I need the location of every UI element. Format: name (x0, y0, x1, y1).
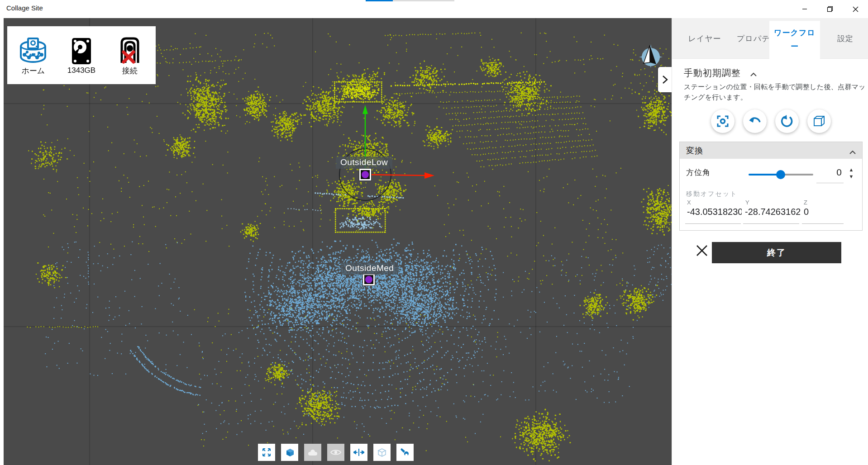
station-marker-outsidemed[interactable] (363, 274, 375, 285)
chevron-up-icon (849, 151, 856, 155)
station-label-outsidelow[interactable]: OutsideLow (336, 157, 392, 169)
wireframe-cube-button[interactable] (373, 444, 391, 461)
rotate-ccw-icon (781, 115, 793, 128)
chevron-right-icon (662, 75, 668, 84)
section-title: 手動初期調整 (684, 67, 741, 79)
azimuth-spinner[interactable]: ▲ ▼ (847, 166, 855, 180)
section-collapse-chevron[interactable] (750, 71, 757, 79)
close-x-icon (696, 244, 708, 257)
y-axis-label: Y (745, 199, 749, 206)
wireframe-cube-icon (377, 447, 387, 458)
tab-layers[interactable]: レイヤー (683, 18, 726, 59)
main-toolbar: ホーム 1343GB 接続 (7, 26, 156, 84)
point-cloud-icon (307, 448, 319, 456)
pointcloud-canvas[interactable] (4, 18, 672, 465)
station-dot (365, 276, 372, 283)
focus-icon (716, 115, 729, 128)
y-offset-input[interactable]: -28.742631624 (745, 207, 800, 217)
finish-button[interactable]: 終了 (712, 242, 841, 263)
scanner-home-icon (18, 37, 48, 65)
station-marker-outsidelow[interactable] (359, 169, 371, 180)
rotate-reset-button[interactable] (775, 109, 799, 133)
scanner-disconnected-icon (117, 37, 143, 65)
progress-track (393, 0, 454, 1)
panel-collapse-handle[interactable] (658, 67, 672, 92)
transform-title: 変換 (686, 145, 703, 156)
x-axis-label: X (687, 199, 691, 206)
cancel-workflow-button[interactable] (696, 244, 709, 258)
undo-button[interactable] (743, 109, 767, 133)
storage-button[interactable]: 1343GB (59, 37, 104, 75)
slider-thumb[interactable] (776, 170, 785, 179)
spinner-up-icon[interactable]: ▲ (849, 166, 854, 173)
solid-cube-icon (284, 447, 295, 458)
restore-icon (827, 6, 833, 12)
hard-disk-icon (71, 37, 92, 65)
undo-icon (749, 116, 761, 127)
tools-wrench-button[interactable] (396, 444, 414, 461)
azimuth-value-underline (816, 183, 844, 183)
z-offset-input[interactable]: 0 (804, 207, 844, 217)
eye-icon (330, 448, 342, 456)
split-compare-button[interactable] (350, 444, 367, 461)
visibility-button[interactable] (327, 444, 344, 461)
spinner-down-icon[interactable]: ▼ (849, 173, 854, 180)
x-field-underline (685, 223, 741, 224)
station-label-outsidemed[interactable]: OutsideMed (341, 262, 398, 275)
slider-track-filled (749, 174, 780, 176)
cube-view-button[interactable] (807, 109, 831, 133)
azimuth-value-input[interactable]: 0 (814, 167, 842, 178)
section-description: ステーションの位置・回転を手動で調整した後、点群マッチングを行います。 (684, 81, 867, 102)
transform-collapse-chevron[interactable] (849, 148, 856, 157)
split-arrows-icon (353, 448, 364, 456)
azimuth-label: 方位角 (686, 167, 711, 178)
cube-icon (813, 115, 825, 128)
close-button[interactable] (843, 0, 868, 18)
connect-label: 接続 (107, 66, 153, 76)
z-axis-label: Z (804, 199, 807, 206)
home-label: ホーム (10, 66, 56, 76)
fit-view-button[interactable] (258, 444, 275, 461)
station-dot (362, 171, 369, 178)
wrench-icon (400, 447, 410, 457)
solid-cube-button[interactable] (281, 444, 298, 461)
azimuth-slider[interactable] (749, 174, 813, 176)
chevron-up-icon (750, 72, 757, 77)
connect-button[interactable]: 接続 (107, 37, 153, 76)
panel-tabbar: レイヤー プロパティ ワークフロー 設定 (672, 18, 868, 59)
minimize-button[interactable] (792, 0, 817, 18)
x-offset-input[interactable]: -43.05318230 (687, 207, 742, 217)
minimize-icon (802, 6, 807, 12)
offset-label: 移動オフセット (686, 190, 738, 198)
workflow-panel: レイヤー プロパティ ワークフロー 設定 手動初期調整 ステーションの位置・回転… (672, 18, 868, 465)
home-button[interactable]: ホーム (10, 37, 56, 76)
focus-station-button[interactable] (711, 109, 734, 133)
point-cloud-button[interactable] (304, 444, 321, 461)
storage-label: 1343GB (59, 66, 104, 75)
transform-section: 変換 方位角 0 ▲ ▼ 移動オフセット X Y Z -43.05318230 … (679, 142, 863, 231)
tab-settings[interactable]: 設定 (831, 18, 859, 59)
pointcloud-viewport[interactable]: OutsideLow OutsideMed (4, 18, 672, 465)
title-bar: Collage Site (0, 0, 868, 18)
transform-header[interactable]: 変換 (680, 142, 862, 159)
close-icon (853, 6, 858, 12)
restore-button[interactable] (817, 0, 843, 18)
viewport-toolbar (258, 444, 414, 461)
fit-view-icon (262, 447, 272, 457)
progress-fill (366, 0, 393, 1)
y-field-underline (743, 223, 799, 224)
tab-workflow[interactable]: ワークフロー (769, 21, 820, 59)
window-title: Collage Site (6, 4, 43, 12)
z-field-underline (802, 223, 844, 224)
